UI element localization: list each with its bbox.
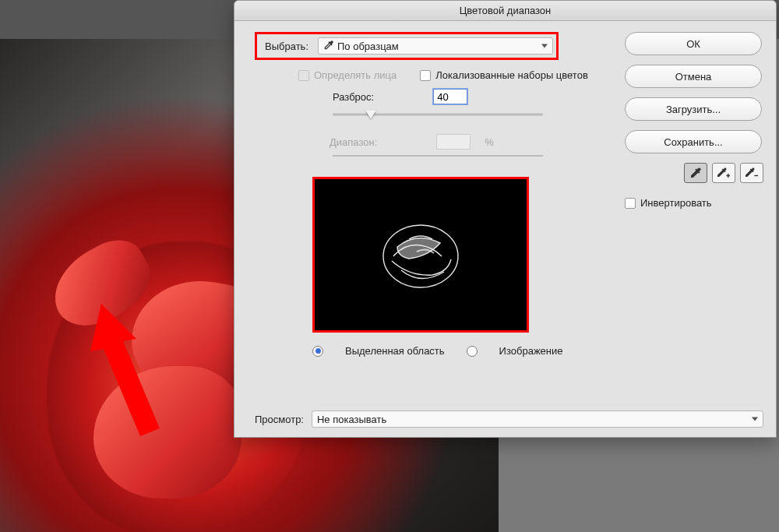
localized-checkbox[interactable] xyxy=(420,70,431,81)
slider-track xyxy=(333,114,543,116)
dialog-title: Цветовой диапазон xyxy=(234,1,776,21)
select-dropdown[interactable]: По образцам xyxy=(318,37,553,55)
dialog-left-column: Выбрать: По образцам Определять лица Лок… xyxy=(255,32,607,357)
load-button[interactable]: Загрузить... xyxy=(625,97,762,121)
eyedropper-icon xyxy=(689,167,702,179)
range-input xyxy=(436,134,471,150)
eyedropper-icon xyxy=(323,40,334,53)
invert-label: Инвертировать xyxy=(640,197,712,209)
select-label: Выбрать: xyxy=(260,41,308,52)
slider-thumb[interactable] xyxy=(365,111,376,119)
eyedropper-tools xyxy=(625,163,763,183)
range-slider xyxy=(333,154,543,157)
range-row: Диапазон: % xyxy=(330,134,607,150)
invert-checkbox[interactable] xyxy=(625,198,636,209)
color-range-dialog: Цветовой диапазон Выбрать: По образцам О… xyxy=(234,0,777,438)
radio-image-label: Изображение xyxy=(499,345,563,357)
chevron-down-icon xyxy=(752,417,758,421)
range-label: Диапазон: xyxy=(330,136,377,148)
eyedropper-tool[interactable] xyxy=(684,163,707,183)
radio-selection-label: Выделенная область xyxy=(345,345,445,357)
ok-button[interactable]: ОК xyxy=(625,32,762,55)
detect-faces-checkbox xyxy=(298,70,309,81)
detect-faces-label: Определять лица xyxy=(314,69,397,81)
localized-label: Локализованные наборы цветов xyxy=(435,69,588,81)
preview-mode-radios: Выделенная область Изображение xyxy=(312,345,607,357)
eyedropper-plus-tool[interactable] xyxy=(712,163,735,183)
preview-label: Просмотр: xyxy=(255,414,304,425)
cancel-button[interactable]: Отмена xyxy=(625,65,762,88)
fuzziness-label: Разброс: xyxy=(333,91,374,103)
range-unit: % xyxy=(485,136,494,148)
save-button[interactable]: Сохранить... xyxy=(625,130,762,153)
invert-row: Инвертировать xyxy=(625,197,763,209)
svg-rect-2 xyxy=(754,175,758,176)
dialog-body: Выбрать: По образцам Определять лица Лок… xyxy=(234,21,776,437)
dialog-right-column: ОК Отмена Загрузить... Сохранить... Инве… xyxy=(625,32,763,209)
fuzziness-slider[interactable] xyxy=(333,107,543,122)
detect-faces-row: Определять лица Локализованные наборы цв… xyxy=(298,69,607,81)
fuzziness-input[interactable] xyxy=(433,89,467,104)
select-value: По образцам xyxy=(337,41,399,52)
preview-dropdown[interactable]: Не показывать xyxy=(312,410,763,428)
eyedropper-minus-tool[interactable] xyxy=(740,163,763,183)
eyedropper-minus-icon xyxy=(745,167,759,179)
radio-selection[interactable] xyxy=(312,346,323,357)
preview-value: Не показывать xyxy=(317,414,386,425)
selection-preview-row: Просмотр: Не показывать xyxy=(255,410,763,428)
selection-preview[interactable] xyxy=(312,177,529,333)
chevron-down-icon xyxy=(541,44,548,48)
fuzziness-row: Разброс: xyxy=(333,89,607,104)
select-row-highlight: Выбрать: По образцам xyxy=(255,32,559,60)
eyedropper-plus-icon xyxy=(717,167,731,179)
radio-image[interactable] xyxy=(467,346,478,357)
